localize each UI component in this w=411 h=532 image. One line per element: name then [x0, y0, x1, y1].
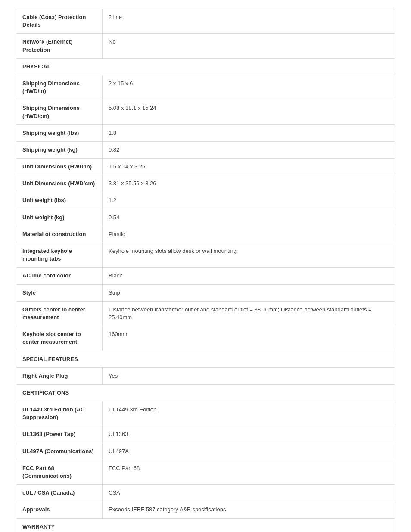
- table-row: Network (Ethernet) ProtectionNo: [16, 34, 395, 58]
- row-value: 2 line: [103, 9, 395, 34]
- row-value: 1.2: [103, 192, 395, 209]
- row-label: FCC Part 68 (Communications): [16, 460, 103, 484]
- row-value: Strip: [103, 284, 395, 301]
- row-value: 1.8: [103, 124, 395, 141]
- row-label: Cable (Coax) Protection Details: [16, 9, 103, 34]
- row-label: Material of construction: [16, 226, 103, 243]
- table-row: cUL / CSA (Canada)CSA: [16, 485, 395, 501]
- row-label: Shipping weight (kg): [16, 141, 103, 158]
- row-value: Keyhole mounting slots allow desk or wal…: [103, 243, 395, 268]
- table-row: Keyhole slot center to center measuremen…: [16, 326, 395, 351]
- row-value: 160mm: [103, 326, 395, 351]
- section-title: CERTIFICATIONS: [16, 384, 395, 401]
- row-value: Distance between transformer outlet and …: [103, 301, 395, 326]
- row-label: Unit Dimensions (HWD/in): [16, 159, 103, 175]
- row-value: No: [103, 34, 395, 58]
- table-row: FCC Part 68 (Communications)FCC Part 68: [16, 460, 395, 484]
- table-row: Unit weight (kg)0.54: [16, 209, 395, 226]
- section-header: SPECIAL FEATURES: [16, 351, 395, 367]
- table-row: UL1363 (Power Tap)UL1363: [16, 426, 395, 443]
- table-row: Shipping Dimensions (HWD/in)2 x 15 x 6: [16, 75, 395, 100]
- table-row: StyleStrip: [16, 284, 395, 301]
- row-label: Integrated keyhole mounting tabs: [16, 243, 103, 268]
- row-label: Shipping weight (lbs): [16, 124, 103, 141]
- row-label: Style: [16, 284, 103, 301]
- row-value: 1.5 x 14 x 3.25: [103, 159, 395, 175]
- row-value: CSA: [103, 485, 395, 501]
- section-header: CERTIFICATIONS: [16, 384, 395, 401]
- table-row: Unit Dimensions (HWD/in)1.5 x 14 x 3.25: [16, 159, 395, 175]
- table-row: Outlets center to center measurementDist…: [16, 301, 395, 326]
- table-row: Shipping weight (lbs)1.8: [16, 124, 395, 141]
- section-title: PHYSICAL: [16, 58, 395, 75]
- row-label: Shipping Dimensions (HWD/cm): [16, 100, 103, 124]
- row-value: UL1449 3rd Edition: [103, 401, 395, 426]
- table-row: AC line cord colorBlack: [16, 268, 395, 284]
- row-label: cUL / CSA (Canada): [16, 485, 103, 501]
- spec-table: Cable (Coax) Protection Details2 lineNet…: [16, 9, 395, 532]
- row-value: UL497A: [103, 443, 395, 460]
- row-value: 5.08 x 38.1 x 15.24: [103, 100, 395, 124]
- table-row: Unit Dimensions (HWD/cm)3.81 x 35.56 x 8…: [16, 175, 395, 192]
- row-value: Black: [103, 268, 395, 284]
- table-row: Material of constructionPlastic: [16, 226, 395, 243]
- row-label: Approvals: [16, 501, 103, 518]
- row-label: Unit weight (lbs): [16, 192, 103, 209]
- row-label: Network (Ethernet) Protection: [16, 34, 103, 58]
- row-label: Shipping Dimensions (HWD/in): [16, 75, 103, 100]
- row-label: UL1363 (Power Tap): [16, 426, 103, 443]
- row-value: FCC Part 68: [103, 460, 395, 484]
- section-header: WARRANTY: [16, 518, 395, 532]
- table-row: ApprovalsExceeds IEEE 587 category A&B s…: [16, 501, 395, 518]
- table-row: UL497A (Communications)UL497A: [16, 443, 395, 460]
- row-label: Keyhole slot center to center measuremen…: [16, 326, 103, 351]
- row-value: Plastic: [103, 226, 395, 243]
- section-title: SPECIAL FEATURES: [16, 351, 395, 367]
- row-value: 2 x 15 x 6: [103, 75, 395, 100]
- table-row: Shipping Dimensions (HWD/cm)5.08 x 38.1 …: [16, 100, 395, 124]
- row-label: Outlets center to center measurement: [16, 301, 103, 326]
- row-label: AC line cord color: [16, 268, 103, 284]
- row-label: Unit weight (kg): [16, 209, 103, 226]
- row-value: Exceeds IEEE 587 category A&B specificat…: [103, 501, 395, 518]
- section-header: PHYSICAL: [16, 58, 395, 75]
- table-row: Cable (Coax) Protection Details2 line: [16, 9, 395, 34]
- row-label: Right-Angle Plug: [16, 367, 103, 384]
- row-value: 0.82: [103, 141, 395, 158]
- section-title: WARRANTY: [16, 518, 395, 532]
- table-row: Right-Angle PlugYes: [16, 367, 395, 384]
- table-row: UL1449 3rd Edition (AC Suppression)UL144…: [16, 401, 395, 426]
- row-label: Unit Dimensions (HWD/cm): [16, 175, 103, 192]
- table-row: Unit weight (lbs)1.2: [16, 192, 395, 209]
- row-value: 0.54: [103, 209, 395, 226]
- row-value: Yes: [103, 367, 395, 384]
- row-value: 3.81 x 35.56 x 8.26: [103, 175, 395, 192]
- table-row: Shipping weight (kg)0.82: [16, 141, 395, 158]
- row-label: UL1449 3rd Edition (AC Suppression): [16, 401, 103, 426]
- row-label: UL497A (Communications): [16, 443, 103, 460]
- table-row: Integrated keyhole mounting tabsKeyhole …: [16, 243, 395, 268]
- row-value: UL1363: [103, 426, 395, 443]
